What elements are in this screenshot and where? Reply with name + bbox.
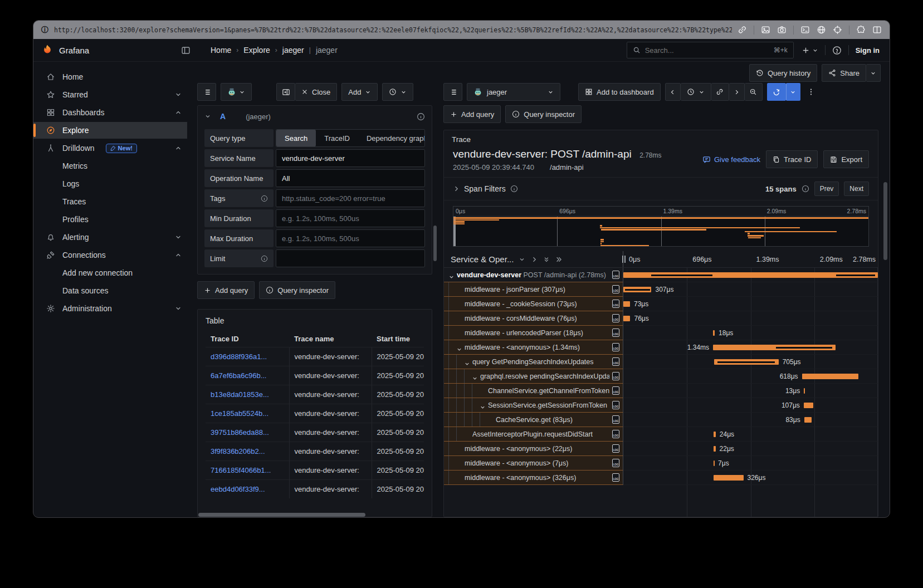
sidebar-item-administration[interactable]: Administration xyxy=(33,300,187,317)
query-rows-menu-button-right[interactable] xyxy=(443,83,462,101)
span-duration-bar[interactable] xyxy=(802,374,859,379)
span-logs-icon[interactable] xyxy=(612,285,619,293)
trace-id-link[interactable]: 39751b86eda88... xyxy=(211,428,269,437)
span-name-cell[interactable]: ChannelService.getChannelFromToken xyxy=(444,384,623,398)
span-logs-icon[interactable] xyxy=(612,401,619,409)
span-name-cell[interactable]: middleware - <anonymous> (1.34ms) xyxy=(444,340,623,355)
sidebar-item-data-sources[interactable]: Data sources xyxy=(33,282,187,299)
window-scrollbar[interactable] xyxy=(883,182,887,260)
span-row[interactable]: middleware - _cookieSession (73μs)73μs xyxy=(444,297,878,311)
trace-minimap[interactable]: 0μs696μs1.39ms2.09ms2.78ms xyxy=(453,206,869,247)
refresh-button[interactable] xyxy=(767,83,786,101)
zoom-out-icon-button[interactable] xyxy=(745,83,763,101)
sidebar-item-dashboards[interactable]: Dashboards xyxy=(33,104,187,121)
span-name-cell[interactable]: middleware - <anonymous> (326μs) xyxy=(444,471,623,485)
span-row[interactable]: middleware - <anonymous> (7μs)7μs xyxy=(444,456,878,471)
breadcrumb-home[interactable]: Home xyxy=(211,46,231,55)
extension-icon[interactable] xyxy=(856,25,866,35)
share-options-chevron[interactable] xyxy=(866,64,881,82)
trace-id-link[interactable]: 3f9f836b206b2... xyxy=(211,447,265,455)
datasource-picker-right[interactable]: jaeger xyxy=(467,83,560,101)
max-duration-field[interactable] xyxy=(276,229,425,247)
span-row[interactable]: graphql.resolve pendingSearchIndexUpdate… xyxy=(444,369,878,384)
span-timeline-cell[interactable]: 18μs xyxy=(623,326,878,340)
span-row[interactable]: middleware - <anonymous> (22μs)22μs xyxy=(444,442,878,456)
query-rows-menu-button[interactable] xyxy=(197,83,216,101)
chevron-right-icon[interactable] xyxy=(453,185,460,192)
span-timeline-cell[interactable]: 1.34ms xyxy=(623,340,878,355)
span-logs-icon[interactable] xyxy=(612,372,619,380)
column-header-trace-name[interactable]: Trace name xyxy=(289,331,372,347)
span-name-cell[interactable]: query GetPendingSearchIndexUpdates xyxy=(444,355,623,369)
trace-id-button[interactable]: Trace ID xyxy=(766,150,818,168)
span-logs-icon[interactable] xyxy=(612,430,619,438)
give-feedback-link[interactable]: Give feedback xyxy=(702,155,760,164)
span-timeline-cell[interactable]: 13μs xyxy=(623,384,878,398)
time-shift-forward-button[interactable] xyxy=(729,83,745,101)
span-row[interactable]: SessionService.getSessionFromToken107μs xyxy=(444,398,878,413)
trace-id-link[interactable]: 1ce185ab5524b... xyxy=(211,409,268,418)
time-shift-back-button[interactable] xyxy=(665,83,681,101)
sidebar-item-profiles[interactable]: Profiles xyxy=(33,211,187,228)
export-button[interactable]: Export xyxy=(823,150,869,168)
span-name-cell[interactable]: middleware - <anonymous> (22μs) xyxy=(444,442,623,456)
span-duration-bar[interactable] xyxy=(714,446,716,452)
span-duration-bar[interactable] xyxy=(714,475,744,481)
span-logs-icon[interactable] xyxy=(612,271,619,279)
site-info-icon[interactable]: ⓘ xyxy=(41,25,48,35)
span-filters-info-icon[interactable] xyxy=(510,185,518,193)
sidebar-item-explore[interactable]: Explore xyxy=(33,122,187,139)
span-duration-bar[interactable] xyxy=(714,432,716,437)
span-duration-bar[interactable] xyxy=(714,460,715,466)
trace-id-link[interactable]: 6a7ef6ba6c96b... xyxy=(211,371,266,380)
tags-info-icon[interactable] xyxy=(261,195,268,202)
span-duration-bar[interactable] xyxy=(804,388,805,394)
sign-in-button[interactable]: Sign in xyxy=(856,46,880,55)
crosshair-icon[interactable] xyxy=(833,25,842,35)
copy-link-icon-button[interactable] xyxy=(711,83,729,101)
prev-span-button[interactable]: Prev xyxy=(814,182,839,196)
min-duration-field[interactable] xyxy=(276,209,425,227)
span-logs-icon[interactable] xyxy=(612,314,619,322)
query-history-button[interactable]: Query history xyxy=(749,64,817,82)
breadcrumb-sub[interactable]: jaeger xyxy=(316,46,338,55)
screenshot-icon[interactable] xyxy=(761,25,770,35)
span-name-cell[interactable]: CacheService.get (83μs) xyxy=(444,413,623,427)
next-span-button[interactable]: Next xyxy=(844,182,869,196)
span-name-cell[interactable]: middleware - corsMiddleware (76μs) xyxy=(444,311,623,326)
new-menu-button[interactable] xyxy=(802,46,818,55)
add-to-dashboard-button[interactable]: Add to dashboard xyxy=(578,83,661,101)
collapse-query-chevron[interactable] xyxy=(204,113,211,120)
link-icon[interactable] xyxy=(738,25,747,35)
span-timeline-cell[interactable]: 107μs xyxy=(623,398,878,413)
add-query-button-left[interactable]: Add query xyxy=(197,281,255,299)
breadcrumb-datasource[interactable]: jaeger xyxy=(282,46,304,55)
span-row[interactable]: CacheService.get (83μs)83μs xyxy=(444,413,878,427)
span-logs-icon[interactable] xyxy=(612,473,619,482)
datasource-picker-left[interactable] xyxy=(221,83,252,101)
globe-icon[interactable] xyxy=(817,25,826,35)
span-collapse-chevron-icon[interactable] xyxy=(472,371,480,381)
span-row[interactable]: middleware - corsMiddleware (76μs)76μs xyxy=(444,311,878,326)
camera-icon[interactable] xyxy=(777,25,787,35)
share-button[interactable]: Share xyxy=(822,64,866,82)
sidebar-item-home[interactable]: Home xyxy=(33,68,187,85)
trace-id-link[interactable]: 7166185f4066b1... xyxy=(211,466,271,474)
span-timeline-cell[interactable]: 705μs xyxy=(623,355,878,369)
span-logs-icon[interactable] xyxy=(612,415,619,424)
time-range-button-left[interactable] xyxy=(382,83,413,101)
span-logs-icon[interactable] xyxy=(612,343,619,351)
span-timeline-cell[interactable]: 24μs xyxy=(623,427,878,442)
span-duration-bar[interactable] xyxy=(804,417,812,423)
span-logs-icon[interactable] xyxy=(612,459,619,467)
close-split-icon-button[interactable] xyxy=(276,83,295,101)
sidebar-item-add-new-connection[interactable]: Add new connection xyxy=(33,264,187,281)
horizontal-scrollbar[interactable] xyxy=(198,513,365,517)
span-timeline-cell[interactable]: 76μs xyxy=(623,311,878,326)
span-duration-bar[interactable] xyxy=(713,330,715,336)
span-count-info-icon[interactable] xyxy=(802,185,809,193)
query-inspector-button-left[interactable]: Query inspector xyxy=(259,281,335,299)
sidebar-item-alerting[interactable]: Alerting xyxy=(33,229,187,246)
span-timeline-cell[interactable] xyxy=(623,268,878,282)
span-name-cell[interactable]: vendure-dev-server POST /admin-api (2.78… xyxy=(444,268,623,282)
